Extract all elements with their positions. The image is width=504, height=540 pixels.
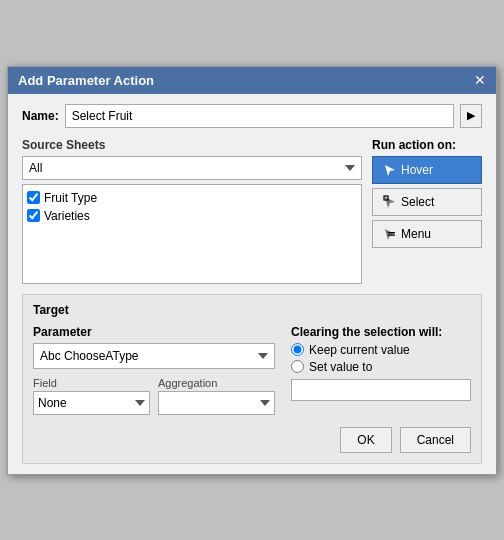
dialog: Add Parameter Action ✕ Name: ▶ Source Sh… (7, 66, 497, 475)
field-agg-row: Field None Aggregation (33, 377, 275, 415)
aggregation-item: Aggregation (158, 377, 275, 415)
run-action-section: Run action on: Hover Select (372, 138, 482, 284)
set-value-row: Set value to (291, 360, 471, 374)
parameter-label: Parameter (33, 325, 275, 339)
fruit-type-label: Fruit Type (44, 191, 97, 205)
set-value-input[interactable] (291, 379, 471, 401)
close-button[interactable]: ✕ (474, 73, 486, 87)
keep-value-radio[interactable] (291, 343, 304, 356)
select-icon (383, 195, 397, 209)
varieties-checkbox[interactable] (27, 209, 40, 222)
name-label: Name: (22, 109, 59, 123)
button-row: OK Cancel (33, 427, 471, 453)
source-left: Source Sheets All Fruit Type Varieties (22, 138, 362, 284)
target-left: Parameter Abc ChooseAType Field None Agg… (33, 325, 275, 415)
name-arrow-button[interactable]: ▶ (460, 104, 482, 128)
svg-rect-2 (388, 234, 395, 235)
target-section: Target Parameter Abc ChooseAType Field N… (22, 294, 482, 464)
cursor-icon (383, 163, 397, 177)
set-value-label: Set value to (309, 360, 372, 374)
source-section: Source Sheets All Fruit Type Varieties (22, 138, 482, 284)
dialog-title: Add Parameter Action (18, 73, 154, 88)
fruit-type-checkbox[interactable] (27, 191, 40, 204)
keep-value-row: Keep current value (291, 343, 471, 357)
source-dropdown[interactable]: All (22, 156, 362, 180)
field-dropdown[interactable]: None (33, 391, 150, 415)
source-sheets-label: Source Sheets (22, 138, 362, 152)
field-label: Field (33, 377, 150, 389)
clearing-label: Clearing the selection will: (291, 325, 471, 339)
aggregation-label: Aggregation (158, 377, 275, 389)
menu-icon (383, 227, 397, 241)
set-value-radio[interactable] (291, 360, 304, 373)
field-item: Field None (33, 377, 150, 415)
select-label: Select (401, 195, 434, 209)
list-item: Fruit Type (27, 189, 357, 207)
keep-value-label: Keep current value (309, 343, 410, 357)
source-list: Fruit Type Varieties (22, 184, 362, 284)
hover-button[interactable]: Hover (372, 156, 482, 184)
run-action-label: Run action on: (372, 138, 482, 152)
ok-button[interactable]: OK (340, 427, 391, 453)
dialog-body: Name: ▶ Source Sheets All Fruit Type (8, 94, 496, 474)
svg-rect-1 (388, 232, 395, 233)
select-button[interactable]: Select (372, 188, 482, 216)
cancel-button[interactable]: Cancel (400, 427, 471, 453)
target-right: Clearing the selection will: Keep curren… (291, 325, 471, 415)
clearing-section: Clearing the selection will: Keep curren… (291, 325, 471, 401)
menu-button[interactable]: Menu (372, 220, 482, 248)
hover-label: Hover (401, 163, 433, 177)
menu-label: Menu (401, 227, 431, 241)
parameter-dropdown[interactable]: Abc ChooseAType (33, 343, 275, 369)
varieties-label: Varieties (44, 209, 90, 223)
title-bar: Add Parameter Action ✕ (8, 67, 496, 94)
name-input[interactable] (65, 104, 454, 128)
target-title: Target (33, 303, 471, 317)
list-item: Varieties (27, 207, 357, 225)
aggregation-dropdown[interactable] (158, 391, 275, 415)
target-row: Parameter Abc ChooseAType Field None Agg… (33, 325, 471, 415)
name-row: Name: ▶ (22, 104, 482, 128)
